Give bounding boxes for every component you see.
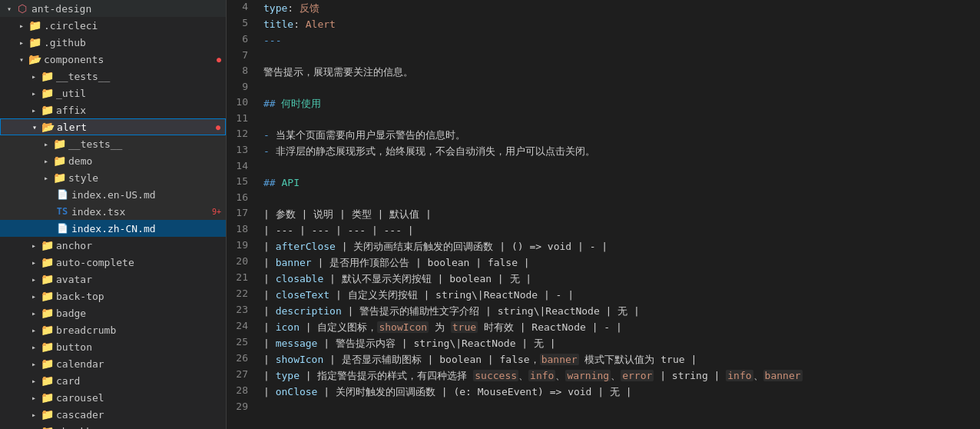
folder-icon: 📁 [40,256,54,268]
code-line-7: 7 [227,48,980,64]
sidebar-item-alert-tests[interactable]: ▸ 📁 __tests__ [0,135,226,152]
sidebar-item-auto-complete[interactable]: ▸ 📁 auto-complete [0,254,226,271]
sidebar-item-label: components [44,54,104,65]
sidebar-item-components[interactable]: ▾ 📂 components ● [0,51,226,68]
sidebar-item-label: index.tsx [71,206,125,218]
sidebar-item-checkbox[interactable]: ▸ 📁 checkbox [0,423,226,429]
sidebar-item-anchor[interactable]: ▸ 📁 anchor [0,237,226,254]
line-content [257,111,980,127]
line-content: | 参数 | 说明 | 类型 | 默认值 | [257,206,980,222]
line-number: 13 [227,143,257,159]
line-content: | closable | 默认不显示关闭按钮 | boolean | 无 | [257,271,980,287]
sidebar-item-circleci[interactable]: ▸ 📁 .circleci [0,17,226,34]
line-content [257,400,980,415]
sidebar-item-index-zh[interactable]: 📄 index.zh-CN.md [0,220,226,237]
sidebar-item-label: __tests__ [68,138,122,150]
line-number: 10 [227,95,257,111]
sidebar-item-alert-demo[interactable]: ▸ 📁 demo [0,152,226,169]
folder-icon: 📁 [40,391,54,404]
sidebar-item-label: ant-design [31,3,91,15]
sidebar: ▾ ⬡ ant-design ▸ 📁 .circleci ▸ 📁 .github… [0,0,227,429]
code-line-23: 23 | description | 警告提示的辅助性文字介绍 | string… [227,303,980,319]
sidebar-item-label: affix [56,105,86,116]
folder-icon: 📁 [40,358,54,370]
line-content: | type | 指定警告提示的样式，有四种选择 success、info、wa… [257,367,980,384]
sidebar-item-label: cascader [56,409,104,421]
sidebar-item-label: button [56,341,92,353]
line-number: 15 [227,175,257,191]
change-badge: 9+ [212,208,221,216]
sidebar-item-label: avatar [56,274,92,285]
sidebar-item-github[interactable]: ▸ 📁 .github [0,34,226,51]
sidebar-item-badge[interactable]: ▸ 📁 badge [0,304,226,321]
line-content [257,159,980,175]
line-number: 19 [227,238,257,254]
sidebar-item-back-top[interactable]: ▸ 📁 back-top [0,288,226,304]
sidebar-item-alert[interactable]: ▾ 📂 alert ● [0,118,226,135]
sidebar-item-label: breadcrumb [56,324,116,336]
code-line-29: 29 [227,400,980,415]
sidebar-item-label: checkbox [56,426,104,430]
code-line-4: 4 type: 反馈 [227,0,980,16]
line-content: | afterClose | 关闭动画结束后触发的回调函数 | () => vo… [257,238,980,254]
chevron-right-icon: ▸ [28,292,40,301]
sidebar-item-label: style [68,172,98,184]
folder-icon: 📁 [52,155,66,167]
line-number: 23 [227,303,257,319]
sidebar-item-label: .circleci [44,20,98,32]
folder-icon: 📁 [40,87,54,99]
line-number: 6 [227,32,257,48]
sidebar-item-button[interactable]: ▸ 📁 button [0,338,226,355]
sidebar-item-avatar[interactable]: ▸ 📁 avatar [0,271,226,288]
code-area: 4 type: 反馈 5 title: Alert 6 --- 7 8 警告提示… [227,0,980,415]
sidebar-item-index-tsx[interactable]: TS index.tsx 9+ [0,203,226,220]
chevron-right-icon: ▸ [28,326,40,334]
chevron-right-icon: ▸ [15,38,28,47]
sidebar-item-tests[interactable]: ▸ 📁 __tests__ [0,68,226,85]
code-line-22: 22 | closeText | 自定义关闭按钮 | string\|React… [227,287,980,303]
line-number: 14 [227,159,257,175]
line-content: type: 反馈 [257,0,980,16]
code-line-18: 18 | --- | --- | --- | --- | [227,222,980,238]
line-content: | showIcon | 是否显示辅助图标 | boolean | false，… [257,351,980,367]
sidebar-item-util[interactable]: ▸ 📁 _util [0,85,226,101]
line-number: 18 [227,222,257,238]
file-md-icon: 📄 [55,223,69,234]
line-content [257,80,980,95]
line-number: 26 [227,351,257,367]
code-line-26: 26 | showIcon | 是否显示辅助图标 | boolean | fal… [227,351,980,367]
folder-icon: 📁 [40,374,54,387]
folder-icon: 📁 [40,307,54,319]
git-icon: ⬡ [15,2,29,15]
sidebar-item-label: calendar [56,358,104,370]
line-content: | message | 警告提示内容 | string\|ReactNode |… [257,335,980,351]
sidebar-item-root[interactable]: ▾ ⬡ ant-design [0,0,226,17]
line-content: ## 何时使用 [257,95,980,111]
sidebar-item-card[interactable]: ▸ 📁 card [0,372,226,389]
editor-panel: 4 type: 反馈 5 title: Alert 6 --- 7 8 警告提示… [227,0,980,429]
sidebar-item-calendar[interactable]: ▸ 📁 calendar [0,355,226,372]
sidebar-item-label: card [56,375,80,387]
code-line-27: 27 | type | 指定警告提示的样式，有四种选择 success、info… [227,367,980,384]
sidebar-item-index-en[interactable]: 📄 index.en-US.md [0,186,226,203]
line-number: 20 [227,254,257,271]
folder-icon: 📁 [28,19,41,32]
line-content: | description | 警告提示的辅助性文字介绍 | string\|R… [257,303,980,319]
folder-special-icon: 📁 [52,138,66,150]
chevron-down-icon: ▾ [28,123,41,131]
line-content [257,191,980,206]
sidebar-item-breadcrumb[interactable]: ▸ 📁 breadcrumb [0,321,226,338]
folder-icon: 📁 [52,171,66,184]
code-line-10: 10 ## 何时使用 [227,95,980,111]
folder-icon: 📁 [40,290,54,302]
sidebar-item-affix[interactable]: ▸ 📁 affix [0,101,226,118]
sidebar-item-label: demo [68,155,92,167]
code-line-12: 12 - 当某个页面需要向用户显示警告的信息时。 [227,127,980,143]
chevron-down-icon: ▾ [15,55,28,64]
sidebar-item-carousel[interactable]: ▸ 📁 carousel [0,389,226,406]
sidebar-item-cascader[interactable]: ▸ 📁 cascader [0,406,226,423]
sidebar-item-alert-style[interactable]: ▸ 📁 style [0,169,226,186]
code-line-9: 9 [227,80,980,95]
line-number: 9 [227,80,257,95]
file-ts-icon: TS [55,206,69,217]
